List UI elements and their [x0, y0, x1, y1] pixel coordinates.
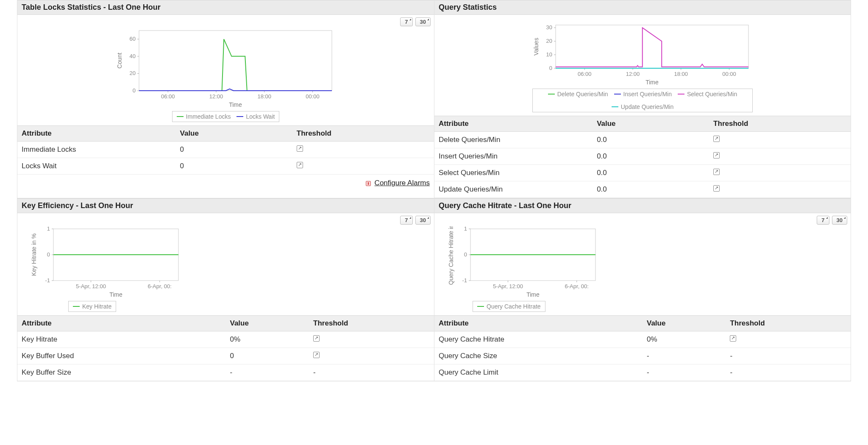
svg-text:Key Hitrate in %: Key Hitrate in %	[31, 234, 37, 276]
legend-item: Locks Wait	[236, 113, 275, 120]
range-7-button[interactable]: 7	[400, 216, 412, 225]
svg-text:00:00: 00:00	[722, 71, 736, 77]
cell-value: 0.0	[593, 148, 709, 165]
cell-threshold	[726, 331, 851, 348]
configure-alarms-link[interactable]: Configure Alarms	[375, 179, 430, 187]
table-row: Update Queries/Min0.0	[434, 181, 851, 198]
cell-threshold	[292, 158, 434, 175]
table-row: Immediate Locks0	[17, 142, 434, 158]
svg-text:0: 0	[132, 87, 135, 94]
col-value: Value	[593, 116, 709, 132]
legend-swatch	[614, 94, 621, 95]
cell-value: 0	[176, 142, 292, 158]
legend-label: Select Queries/Min	[687, 91, 737, 97]
svg-text:Count: Count	[116, 53, 123, 68]
table-locks-chart: 020406006:0012:0018:0000:00TimeCount	[116, 28, 336, 108]
svg-text:40: 40	[129, 53, 135, 59]
svg-text:5-Apr, 12:00: 5-Apr, 12:00	[76, 283, 106, 289]
cell-value: 0%	[226, 331, 309, 348]
cell-threshold	[309, 348, 434, 364]
legend-item: Select Queries/Min	[678, 91, 737, 97]
cell-threshold	[309, 331, 434, 348]
query-cache-chart: -1015-Apr, 12:006-Apr, 00:TimeQuery Cach…	[447, 226, 600, 298]
legend-swatch	[236, 116, 243, 117]
svg-text:0: 0	[549, 65, 552, 71]
chart-area-query-stats: 010203006:0012:0018:0000:00TimeValues De…	[434, 15, 851, 116]
col-attribute: Attribute	[434, 116, 593, 132]
svg-text:6-Apr, 00:: 6-Apr, 00:	[565, 283, 589, 289]
svg-text:1: 1	[47, 226, 50, 232]
cell-attribute: Query Cache Size	[434, 348, 643, 364]
cell-value: 0.0	[593, 181, 709, 198]
chart-tools: 7 30	[17, 213, 434, 225]
col-value: Value	[226, 316, 309, 331]
legend-item: Key Hitrate	[73, 303, 111, 310]
panel-title: Table Locks Statistics - Last One Hour	[17, 0, 434, 15]
threshold-icon[interactable]	[713, 136, 720, 142]
range-7-button[interactable]: 7	[400, 17, 412, 26]
svg-text:-1: -1	[45, 277, 50, 284]
legend-item: Insert Queries/Min	[614, 91, 672, 97]
range-30-button[interactable]: 30	[832, 216, 847, 225]
table-row: Select Queries/Min0.0	[434, 165, 851, 181]
svg-rect-19	[556, 25, 748, 68]
threshold-icon[interactable]	[730, 335, 736, 342]
legend-item: Delete Queries/Min	[548, 91, 608, 97]
chart-tools: 7 30	[434, 213, 851, 225]
cell-threshold	[709, 132, 851, 148]
threshold-icon[interactable]	[313, 335, 320, 342]
col-attribute: Attribute	[17, 316, 226, 331]
cell-attribute: Locks Wait	[17, 158, 176, 175]
threshold-icon[interactable]	[713, 152, 720, 159]
legend-item: Immediate Locks	[177, 113, 231, 120]
range-30-button[interactable]: 30	[415, 216, 431, 225]
svg-text:20: 20	[129, 70, 135, 76]
legend-key-eff: Key Hitrate	[68, 301, 116, 312]
col-attribute: Attribute	[434, 316, 643, 331]
svg-text:Time: Time	[229, 101, 242, 108]
legend-label: Delete Queries/Min	[557, 91, 608, 97]
chart-area-key-eff: -1015-Apr, 12:006-Apr, 00:TimeKey Hitrat…	[17, 225, 434, 315]
col-value: Value	[176, 126, 292, 142]
svg-text:18:00: 18:00	[674, 71, 688, 77]
cell-attribute: Query Cache Hitrate	[434, 331, 643, 348]
svg-text:10: 10	[546, 51, 552, 58]
legend-query-cache: Query Cache Hitrate	[473, 301, 545, 312]
legend-table-locks: Immediate Locks Locks Wait	[172, 111, 280, 122]
svg-rect-0	[139, 31, 332, 91]
threshold-icon[interactable]	[713, 185, 720, 192]
range-7-button[interactable]: 7	[817, 216, 829, 225]
cell-value: 0	[226, 348, 309, 364]
col-attribute: Attribute	[17, 126, 176, 142]
svg-text:12:00: 12:00	[626, 71, 640, 77]
legend-label: Update Queries/Min	[621, 103, 674, 110]
range-30-button[interactable]: 30	[415, 17, 431, 26]
threshold-icon[interactable]	[313, 352, 320, 358]
table-row: Delete Queries/Min0.0	[434, 132, 851, 148]
query-stats-grid: Attribute Value Threshold Delete Queries…	[434, 116, 851, 198]
table-row: Query Cache Limit--	[434, 364, 851, 381]
cell-attribute: Delete Queries/Min	[434, 132, 593, 148]
col-threshold: Threshold	[309, 316, 434, 331]
svg-text:6-Apr, 00:: 6-Apr, 00:	[148, 283, 172, 289]
svg-text:5-Apr, 12:00: 5-Apr, 12:00	[493, 283, 523, 289]
panel-query-stats: Query Statistics 010203006:0012:0018:000…	[434, 0, 851, 198]
svg-text:00:00: 00:00	[306, 93, 320, 100]
cell-threshold: -	[309, 364, 434, 381]
legend-label: Locks Wait	[246, 113, 275, 120]
svg-text:Time: Time	[645, 79, 659, 86]
threshold-icon[interactable]	[297, 145, 303, 152]
threshold-icon[interactable]	[713, 169, 720, 175]
threshold-icon[interactable]	[297, 162, 303, 168]
cell-threshold: -	[726, 364, 851, 381]
chart-area-table-locks: 020406006:0012:0018:0000:00TimeCount Imm…	[17, 26, 434, 125]
svg-text:0: 0	[47, 251, 50, 258]
table-row: Query Cache Hitrate0%	[434, 331, 851, 348]
table-row: Key Buffer Size--	[17, 364, 434, 381]
svg-text:06:00: 06:00	[161, 93, 175, 100]
table-row: Insert Queries/Min0.0	[434, 148, 851, 165]
legend-query-stats: Delete Queries/Min Insert Queries/Min Se…	[532, 89, 753, 112]
svg-text:Values: Values	[533, 38, 540, 56]
chart-area-query-cache: -1015-Apr, 12:006-Apr, 00:TimeQuery Cach…	[434, 225, 851, 315]
svg-text:Time: Time	[526, 291, 540, 298]
